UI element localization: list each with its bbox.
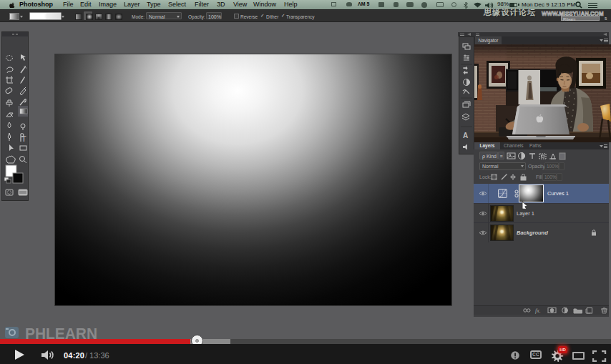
svg-text:T: T	[21, 134, 26, 143]
svg-text:fx.: fx.	[535, 308, 541, 314]
svg-text:A: A	[463, 132, 468, 139]
